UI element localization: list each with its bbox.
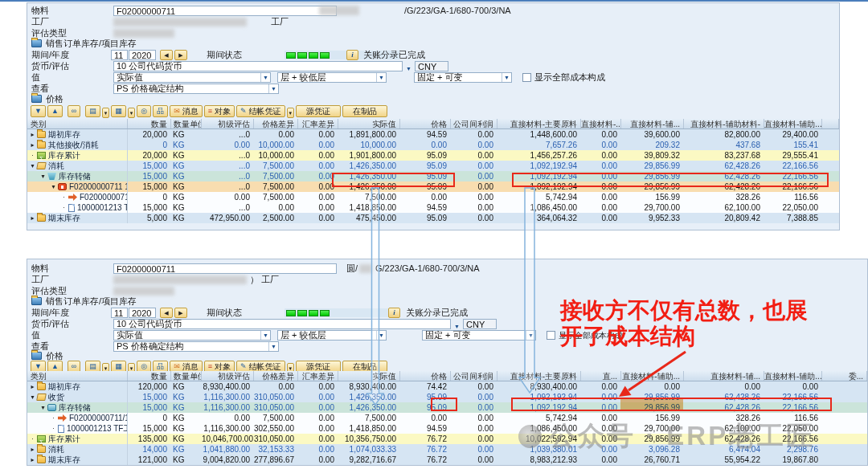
value-type-select[interactable]: 实际值▼ (113, 72, 271, 83)
next-period-button[interactable]: ▶ (174, 50, 187, 60)
table-row[interactable]: ·1000001213 TF工厂间的15,000KG...00.000.001,… (27, 202, 839, 213)
column-header[interactable]: 初级评估 (202, 371, 254, 381)
settlement-dropdown-button[interactable]: ▾ (287, 108, 295, 118)
expander-icon[interactable]: ▸ (29, 455, 36, 465)
material-input[interactable] (113, 6, 337, 16)
column-header[interactable]: 直接材料-辅助... (764, 119, 822, 128)
period-input[interactable] (111, 308, 128, 318)
expander-icon[interactable]: ▾ (50, 181, 57, 192)
currency-valuation-input[interactable] (113, 61, 403, 71)
view-select[interactable]: PS 价格确定结构▼ (113, 84, 279, 94)
expander-icon[interactable]: ▸ (29, 381, 36, 392)
print-dropdown-button[interactable]: ▾ (102, 108, 110, 118)
wip-button[interactable]: 在制品 (342, 105, 387, 117)
table-row[interactable]: ▸其他接收/消耗0KG0.0010,000.000.0010,000.000.0… (27, 140, 839, 150)
expander-icon[interactable]: · (60, 202, 68, 213)
expander-icon[interactable]: ▸ (29, 444, 36, 455)
table-row[interactable]: ▸期末库存5,000KG472,950.002,500.000.00475,45… (27, 213, 839, 223)
material-input[interactable] (113, 263, 337, 274)
expander-icon[interactable]: ▸ (29, 213, 36, 223)
expander-icon[interactable]: ▾ (29, 161, 36, 171)
messages-button[interactable]: ✉消息 (170, 105, 203, 117)
table-row[interactable]: ▸消耗14,000KG1,041,880.0032,153.330.001,07… (27, 444, 867, 455)
column-header[interactable]: 类别 (27, 371, 128, 381)
fixed-variable-select[interactable]: 固定 + 可变▼ (422, 330, 536, 341)
objects-button[interactable]: ≡对象 (204, 105, 235, 117)
expander-icon[interactable]: ▾ (39, 171, 47, 181)
column-header[interactable]: 直接材料-... (581, 119, 621, 128)
column-header[interactable]: 价格 (400, 119, 451, 128)
column-header[interactable]: 实际值 (338, 119, 400, 128)
column-header[interactable]: 类别 (27, 119, 128, 128)
sort-descending-button[interactable]: ▼ (31, 105, 46, 117)
table-row[interactable]: ·1000001213 TF工厂间的15,000KG1,116,300.0030… (27, 423, 867, 434)
value-type-select[interactable]: 实际值▼ (113, 330, 271, 341)
column-header[interactable]: 直接材料-辅助... (764, 371, 822, 381)
currency-input[interactable] (463, 319, 497, 329)
column-header[interactable]: 直接材料-辅... (684, 371, 764, 381)
column-header[interactable]: 数量 (128, 119, 171, 128)
table-row[interactable]: ▸期初库存120,000KG8,930,400.000.000.008,930,… (27, 381, 867, 392)
currency-input[interactable] (415, 61, 448, 71)
column-header[interactable]: 直接材料-辅助... (621, 371, 684, 381)
table-row[interactable]: ·库存累计20,000KG...010,000.000.001,901,800.… (27, 150, 839, 161)
next-period-button[interactable]: ▶ (174, 308, 187, 318)
column-header[interactable]: 实际值 (338, 371, 400, 381)
show-all-cost-checkbox[interactable] (522, 73, 531, 82)
expander-icon[interactable]: · (60, 192, 68, 202)
layout-button[interactable]: ▦ (111, 105, 126, 117)
previous-period-button[interactable]: ◀ (160, 50, 173, 60)
column-header[interactable]: 直接材料-辅... (621, 119, 684, 128)
currency-valuation-input[interactable] (113, 319, 451, 329)
fixed-variable-select[interactable]: 固定 + 可变▼ (414, 72, 512, 83)
column-header[interactable]: 价格 (400, 371, 451, 381)
hierarchy-button[interactable]: 品 (153, 105, 168, 117)
column-header[interactable]: 数量 (128, 371, 171, 381)
expander-icon[interactable]: ▸ (29, 140, 36, 150)
show-all-cost-checkbox[interactable] (547, 331, 555, 340)
column-header[interactable]: 公司间利润 (451, 119, 497, 128)
layer-select[interactable]: 层 + 较低层▼ (277, 330, 387, 341)
column-header[interactable]: 直接材料-辅助材料- (684, 119, 764, 128)
print-button[interactable]: ▤ (85, 105, 100, 117)
layer-select[interactable]: 层 + 较低层▼ (277, 72, 387, 83)
column-header[interactable]: 直... (581, 371, 621, 381)
table-row[interactable]: ·F02000000711/10210KG0.007,500.000.007,5… (27, 413, 867, 423)
column-header[interactable]: 初级评估 (202, 119, 254, 128)
expander-icon[interactable]: · (29, 434, 36, 444)
expander-icon[interactable]: · (50, 423, 57, 434)
column-header[interactable]: 汇率差异 (298, 371, 338, 381)
expander-icon[interactable]: ▾ (29, 392, 36, 402)
sort-ascending-button[interactable]: ▲ (47, 105, 63, 117)
expander-icon[interactable]: ▸ (29, 129, 36, 140)
previous-period-button[interactable]: ◀ (160, 308, 173, 318)
column-header[interactable]: 数量单位 (171, 119, 202, 128)
column-header[interactable]: 数量单位 (171, 371, 202, 381)
year-input[interactable] (129, 308, 156, 318)
source-doc-button[interactable]: 源凭证 (296, 105, 341, 117)
year-input[interactable] (129, 50, 156, 60)
detail-zoom-button[interactable]: ◎ (137, 105, 151, 117)
column-header[interactable]: 价格差异 (254, 371, 298, 381)
table-row[interactable]: ·库存累计135,000KG10,046,700.00310,050.000.0… (27, 434, 867, 444)
table-row[interactable]: ▸期初库存20,000KG...00.000.001,891,800.0094.… (27, 129, 839, 140)
column-header[interactable]: 委... (822, 371, 867, 381)
column-header[interactable]: 汇率差异 (298, 119, 338, 128)
info-button[interactable]: i (388, 308, 400, 318)
expander-icon[interactable]: · (50, 413, 57, 423)
table-row[interactable]: ▾消耗15,000KG...07,500.000.001,426,350.009… (27, 161, 839, 171)
column-header[interactable]: 直接材料-主要原料 (497, 119, 581, 128)
column-header[interactable]: 公司间利润 (451, 371, 497, 381)
layout-dropdown-button[interactable]: ▾ (128, 108, 136, 118)
table-row[interactable]: ·F02000000711/10220KG0.007,500.000.007,5… (27, 192, 839, 202)
expander-icon[interactable]: · (29, 150, 36, 161)
column-header[interactable]: 直接材料-主要原料 (497, 371, 581, 381)
settlement-doc-button[interactable]: ✎结帐凭证 (236, 105, 285, 117)
column-header[interactable] (822, 119, 839, 128)
info-button[interactable]: i (346, 50, 358, 60)
period-input[interactable] (111, 50, 128, 60)
column-header[interactable]: 价格差异 (254, 119, 298, 128)
expander-icon[interactable]: ▾ (39, 402, 47, 413)
table-row[interactable]: ▸期末库存121,000KG9,004,820.00277,896.670.00… (27, 455, 867, 465)
find-button[interactable]: ∞ (68, 105, 80, 117)
